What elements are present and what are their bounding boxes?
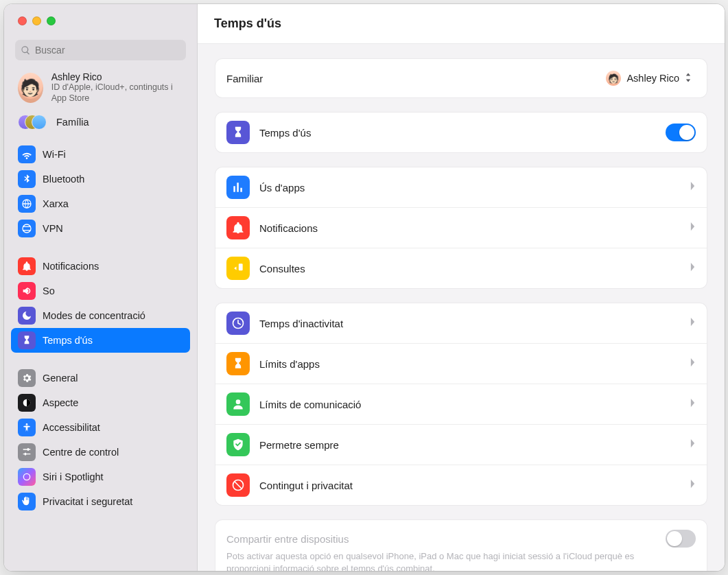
hourglass-icon — [226, 121, 250, 144]
sidebar-item-label: Notificacions — [43, 261, 99, 272]
chevron-right-icon — [690, 479, 696, 491]
globe-icon — [18, 195, 36, 213]
share-across-devices-title: Compartir entre dispositius — [226, 533, 349, 545]
sidebar-item-accessibility[interactable]: Accessibilitat — [11, 415, 190, 440]
sliders-icon — [18, 443, 36, 461]
family-avatar-stack-icon — [18, 113, 48, 131]
bar-chart-icon — [226, 176, 250, 199]
gear-icon — [18, 369, 36, 387]
sidebar: 🧑🏻 Ashley Rico ID d'Apple, iCloud+, cont… — [4, 4, 198, 571]
bell-icon — [18, 257, 36, 275]
svg-line-7 — [235, 482, 242, 489]
family-member-name: Ashley Rico — [626, 73, 679, 84]
sidebar-item-family[interactable]: Família — [4, 109, 197, 138]
sidebar-item-siri[interactable]: Siri i Spotlight — [11, 465, 190, 489]
sidebar-item-label: Modes de concentració — [43, 310, 145, 321]
screentime-toggle[interactable] — [666, 124, 696, 141]
row-notifications-usage[interactable]: Notificacions — [215, 207, 707, 248]
chevron-right-icon — [690, 262, 696, 274]
account-avatar: 🧑🏻 — [18, 73, 43, 103]
apple-id-account-row[interactable]: 🧑🏻 Ashley Rico ID d'Apple, iCloud+, cont… — [4, 66, 197, 109]
sidebar-item-sound[interactable]: So — [11, 279, 190, 303]
sidebar-item-vpn[interactable]: VPN — [11, 216, 190, 241]
sidebar-item-screentime[interactable]: Temps d'ús — [11, 328, 190, 353]
row-label: Límits d'apps — [259, 358, 680, 370]
chevron-right-icon — [690, 317, 696, 329]
page-title: Temps d'ús — [214, 16, 281, 31]
row-label: Consultes — [259, 263, 680, 274]
search-icon — [21, 45, 31, 56]
close-window-button[interactable] — [18, 16, 27, 25]
svg-point-1 — [26, 423, 28, 425]
sidebar-item-label: Accessibilitat — [43, 422, 100, 433]
svg-point-2 — [23, 474, 30, 480]
sidebar-item-general[interactable]: General — [11, 366, 190, 390]
row-communication-limits[interactable]: Límits de comunicació — [215, 384, 707, 424]
row-downtime[interactable]: Temps d'inactivitat — [215, 303, 707, 343]
chevron-right-icon — [690, 398, 696, 410]
sidebar-item-label: General — [43, 373, 78, 384]
sidebar-item-label: Siri i Spotlight — [43, 471, 104, 482]
sidebar-item-label: Temps d'ús — [43, 335, 93, 346]
row-label: Límits de comunicació — [259, 399, 680, 410]
share-across-devices-toggle[interactable] — [666, 530, 696, 548]
sidebar-item-focus[interactable]: Modes de concentració — [11, 303, 190, 328]
sidebar-item-network[interactable]: Xarxa — [11, 191, 190, 216]
chevron-right-icon — [690, 357, 696, 370]
sidebar-item-appearance[interactable]: Aspecte — [11, 390, 190, 415]
updown-icon — [685, 72, 692, 85]
sidebar-item-label: Xarxa — [43, 198, 69, 209]
row-always-allow[interactable]: Permetre sempre — [215, 424, 707, 465]
wifi-icon — [18, 145, 36, 163]
settings-window: 🧑🏻 Ashley Rico ID d'Apple, iCloud+, cont… — [4, 4, 725, 571]
row-pickups[interactable]: Consultes — [215, 248, 707, 288]
check-shield-icon — [226, 433, 250, 456]
svg-point-5 — [236, 399, 241, 404]
window-controls — [18, 16, 56, 25]
search-field-wrapper[interactable] — [15, 40, 186, 60]
bell-icon — [226, 216, 250, 239]
row-label: Temps d'inactivitat — [259, 318, 680, 329]
main-panel: Temps d'ús Familiar 🧑🏻 Ashley Rico — [198, 4, 725, 571]
fullscreen-window-button[interactable] — [47, 16, 56, 25]
hand-icon — [18, 493, 36, 511]
appearance-icon — [18, 394, 36, 412]
family-member-avatar: 🧑🏻 — [606, 71, 621, 86]
chevron-right-icon — [690, 222, 696, 234]
sidebar-item-notifications[interactable]: Notificacions — [11, 254, 190, 279]
family-member-selector[interactable]: 🧑🏻 Ashley Rico — [602, 69, 696, 88]
sidebar-item-privacy[interactable]: Privacitat i seguretat — [11, 489, 190, 514]
clock-icon — [226, 312, 250, 335]
row-app-limits[interactable]: Límits d'apps — [215, 343, 707, 384]
family-label: Família — [56, 117, 89, 128]
sidebar-item-bluetooth[interactable]: Bluetooth — [11, 167, 190, 191]
titlebar: Temps d'ús — [198, 4, 725, 44]
sidebar-item-control-center[interactable]: Centre de control — [11, 440, 190, 465]
no-entry-icon — [226, 473, 250, 497]
chevron-right-icon — [690, 438, 696, 451]
family-member-label: Familiar — [226, 73, 602, 84]
sidebar-item-label: Centre de control — [43, 447, 119, 458]
account-name: Ashley Rico — [51, 71, 186, 82]
row-app-usage[interactable]: Ús d'apps — [215, 167, 707, 207]
hourglass-icon — [226, 352, 250, 375]
chevron-right-icon — [690, 181, 696, 193]
row-label: Notificacions — [259, 222, 680, 234]
sidebar-item-label: Privacitat i seguretat — [43, 496, 132, 507]
person-icon — [226, 392, 250, 416]
sidebar-item-label: Wi-Fi — [43, 149, 66, 160]
siri-icon — [18, 468, 36, 486]
account-subtitle: ID d'Apple, iCloud+, continguts i App St… — [51, 82, 186, 104]
accessibility-icon — [18, 419, 36, 436]
share-across-devices-description: Pots activar aquesta opció en qualsevol … — [226, 550, 666, 571]
hourglass-icon — [18, 331, 36, 349]
bluetooth-icon — [18, 170, 36, 188]
row-content-privacy[interactable]: Contingut i privacitat — [215, 465, 707, 505]
sidebar-item-label: Bluetooth — [43, 174, 84, 185]
sidebar-item-wifi[interactable]: Wi-Fi — [11, 142, 190, 167]
row-label: Contingut i privacitat — [259, 480, 680, 491]
search-input[interactable] — [35, 45, 180, 56]
speaker-icon — [18, 282, 36, 300]
svg-rect-3 — [239, 263, 243, 270]
minimize-window-button[interactable] — [32, 16, 41, 25]
